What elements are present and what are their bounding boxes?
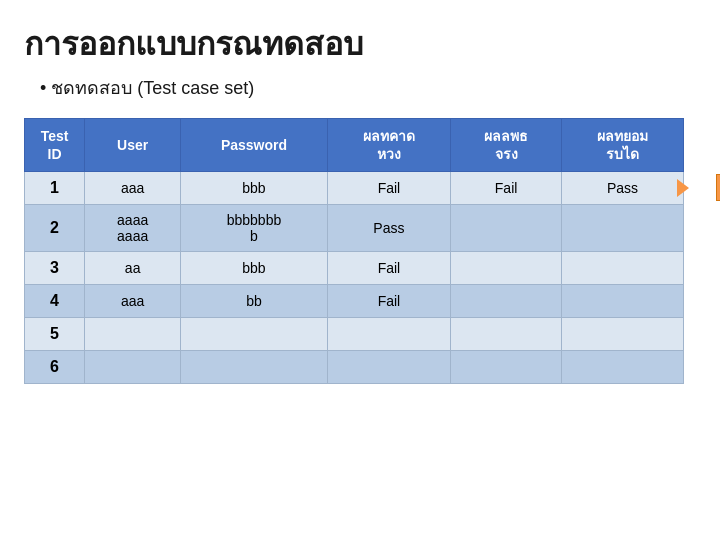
- subtitle: • ชดทดสอบ (Test case set): [40, 73, 696, 102]
- cell-id: 5: [25, 318, 85, 351]
- table-wrapper: TestID User Password ผลทคาดหวง ผลลพธจรง …: [24, 118, 696, 384]
- callout-label: Test case: [716, 174, 720, 201]
- col-header-user: User: [85, 119, 181, 172]
- cell-id: 4: [25, 285, 85, 318]
- cell-actual: [451, 252, 562, 285]
- cell-accepted: Pass: [561, 172, 683, 205]
- callout-box: Test case: [716, 174, 720, 201]
- cell-actual: [451, 318, 562, 351]
- page: การออกแบบกรณทดสอบ • ชดทดสอบ (Test case s…: [0, 0, 720, 402]
- cell-user: [85, 351, 181, 384]
- cell-actual: [451, 351, 562, 384]
- col-header-password: Password: [181, 119, 327, 172]
- callout-arrow-indicator: [677, 179, 689, 197]
- cell-id: 6: [25, 351, 85, 384]
- cell-expected: [327, 318, 451, 351]
- cell-accepted: [561, 205, 683, 252]
- data-table: TestID User Password ผลทคาดหวง ผลลพธจรง …: [24, 118, 684, 384]
- cell-accepted: [561, 252, 683, 285]
- cell-expected: Pass: [327, 205, 451, 252]
- cell-password: bbb: [181, 172, 327, 205]
- cell-id: 1: [25, 172, 85, 205]
- cell-expected: Fail: [327, 172, 451, 205]
- cell-expected: [327, 351, 451, 384]
- cell-expected: Fail: [327, 285, 451, 318]
- cell-user: [85, 318, 181, 351]
- table-row: 5: [25, 318, 684, 351]
- cell-password: bbb: [181, 252, 327, 285]
- cell-password: [181, 351, 327, 384]
- cell-password: bbbbbbbb: [181, 205, 327, 252]
- table-header-row: TestID User Password ผลทคาดหวง ผลลพธจรง …: [25, 119, 684, 172]
- table-row: 1 aaa bbb Fail Fail Pass: [25, 172, 684, 205]
- cell-password: [181, 318, 327, 351]
- cell-user: aa: [85, 252, 181, 285]
- cell-user: aaa: [85, 285, 181, 318]
- table-row: 3 aa bbb Fail: [25, 252, 684, 285]
- cell-id: 3: [25, 252, 85, 285]
- col-header-test-id: TestID: [25, 119, 85, 172]
- cell-user: aaaaaaaa: [85, 205, 181, 252]
- cell-actual: [451, 205, 562, 252]
- table-body: 1 aaa bbb Fail Fail Pass 2 aaaaaaaa bbbb…: [25, 172, 684, 384]
- cell-accepted: [561, 318, 683, 351]
- cell-accepted: [561, 351, 683, 384]
- cell-expected: Fail: [327, 252, 451, 285]
- table-row: 4 aaa bb Fail: [25, 285, 684, 318]
- cell-actual: Fail: [451, 172, 562, 205]
- table-row: 6: [25, 351, 684, 384]
- col-header-actual: ผลลพธจรง: [451, 119, 562, 172]
- table-row: 2 aaaaaaaa bbbbbbbb Pass: [25, 205, 684, 252]
- cell-accepted: [561, 285, 683, 318]
- cell-user: aaa: [85, 172, 181, 205]
- cell-actual: [451, 285, 562, 318]
- col-header-accepted: ผลทยอมรบได: [561, 119, 683, 172]
- cell-id: 2: [25, 205, 85, 252]
- main-title: การออกแบบกรณทดสอบ: [24, 18, 696, 69]
- cell-password: bb: [181, 285, 327, 318]
- col-header-expected: ผลทคาดหวง: [327, 119, 451, 172]
